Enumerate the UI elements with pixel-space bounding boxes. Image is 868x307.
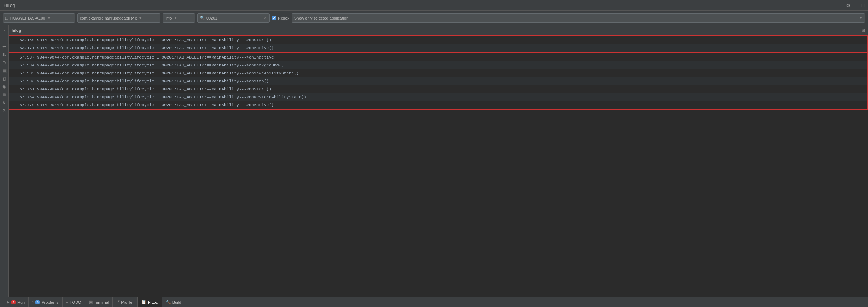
minimize-icon[interactable]: — bbox=[854, 3, 859, 8]
show-app-label: Show only selected application bbox=[294, 16, 348, 20]
log-header-title: hilog bbox=[12, 28, 21, 33]
log-line-text: 57.585 9044-9044/com.example.hanrupageab… bbox=[18, 69, 867, 77]
regex-label: Regex bbox=[278, 16, 289, 20]
scroll-up-icon[interactable]: ↑ bbox=[1, 27, 8, 34]
log-time: 57.761 9044-9044/com.example.hanrupageab… bbox=[20, 87, 207, 91]
log-line-icons bbox=[9, 61, 18, 69]
log-toolbar: ↑ ↓ ⇌ ⇊ ⊙ ▤ 🗑 ◉ ▥ 🖨 ✕ bbox=[0, 25, 9, 297]
log-line: 57.537 9044-9044/com.example.hanrupageab… bbox=[9, 53, 868, 61]
window-controls: ⚙ — □ bbox=[846, 3, 864, 8]
log-time: 57.537 9044-9044/com.example.hanrupageab… bbox=[20, 55, 207, 60]
log-line: 57.584 9044-9044/com.example.hanrupageab… bbox=[9, 61, 868, 69]
search-box: 🔍 ✕ bbox=[197, 13, 270, 23]
search-clear-icon[interactable]: ✕ bbox=[263, 16, 267, 21]
log-message: ==MainAbility--->onActive() bbox=[207, 46, 274, 50]
log-line-text: 57.764 9044-9044/com.example.hanrupageab… bbox=[18, 93, 867, 101]
status-tab-icon: ▶ bbox=[7, 300, 9, 304]
log-line-icons bbox=[9, 101, 18, 109]
log-line: 57.770 9044-9044/com.example.hanrupageab… bbox=[9, 101, 868, 110]
search-input[interactable] bbox=[206, 16, 262, 20]
grid-icon[interactable]: ▥ bbox=[1, 91, 8, 98]
log-message: ==MainAbility--->onBackground() bbox=[207, 63, 284, 68]
log-line: 57.761 9044-9044/com.example.hanrupageab… bbox=[9, 85, 868, 93]
package-chevron: ▼ bbox=[139, 16, 142, 20]
log-message: ==MainAbility--->onStart() bbox=[207, 38, 271, 42]
status-tab-problems[interactable]: ℹ 6 Problems bbox=[29, 297, 62, 307]
maximize-icon[interactable]: □ bbox=[861, 3, 864, 8]
device-chevron: ▼ bbox=[47, 16, 51, 20]
status-tab-run[interactable]: ▶ 4 Run bbox=[3, 297, 29, 307]
status-tab-label: Terminal bbox=[94, 300, 109, 304]
log-line-text: 57.584 9044-9044/com.example.hanrupageab… bbox=[18, 61, 867, 69]
status-tab-todo[interactable]: ≡ TODO bbox=[63, 297, 85, 307]
log-line-icons bbox=[9, 85, 18, 93]
expand-icon[interactable]: ⇊ bbox=[1, 51, 8, 58]
status-tab-icon: ℹ bbox=[32, 300, 34, 304]
log-line-icons bbox=[9, 93, 18, 101]
status-tab-hilog[interactable]: 📋 HiLog bbox=[138, 297, 162, 307]
log-line: 53.150 9044-9044/com.example.hanrupageab… bbox=[9, 35, 868, 44]
status-tab-icon: ▣ bbox=[89, 300, 93, 304]
print-icon[interactable]: 🖨 bbox=[1, 99, 8, 105]
log-line: 57.764 9044-9044/com.example.hanrupageab… bbox=[9, 93, 868, 101]
app-title: HiLog bbox=[4, 3, 15, 8]
scroll-down-icon[interactable]: ↓ bbox=[1, 35, 8, 42]
log-time: 53.150 9044-9044/com.example.hanrupageab… bbox=[20, 38, 207, 42]
log-area: ↑ ↓ ⇌ ⇊ ⊙ ▤ 🗑 ◉ ▥ 🖨 ✕ hilog ⊞ 53.150 904… bbox=[0, 25, 868, 297]
log-time: 57.585 9044-9044/com.example.hanrupageab… bbox=[20, 71, 207, 75]
log-line-text: 57.761 9044-9044/com.example.hanrupageab… bbox=[18, 85, 867, 93]
level-chevron: ▼ bbox=[174, 16, 177, 20]
log-header: hilog ⊞ bbox=[9, 25, 868, 35]
log-line-icons bbox=[9, 44, 18, 52]
status-tab-icon: ≡ bbox=[66, 300, 68, 304]
regex-checkbox[interactable] bbox=[272, 16, 276, 20]
log-line-icons bbox=[9, 36, 18, 44]
log-line: 53.171 9044-9044/com.example.hanrupageab… bbox=[9, 44, 868, 53]
level-label: Info bbox=[165, 16, 172, 20]
log-container: hilog ⊞ 53.150 9044-9044/com.example.han… bbox=[9, 25, 868, 297]
log-line-text: 57.770 9044-9044/com.example.hanrupageab… bbox=[18, 101, 867, 109]
settings-icon[interactable]: ⚙ bbox=[846, 3, 851, 8]
log-message: ==MainAbility--->onActive() bbox=[207, 103, 274, 107]
toggle-wrap-icon[interactable]: ⇌ bbox=[1, 43, 8, 50]
list-icon[interactable]: ▤ bbox=[1, 67, 8, 74]
status-tab-icon: ↺ bbox=[116, 300, 120, 304]
status-tab-label: Problems bbox=[42, 300, 58, 304]
status-tab-profiler[interactable]: ↺ Profiler bbox=[113, 297, 138, 307]
log-message: ==MainAbility--->onStart() bbox=[207, 87, 271, 91]
show-app-dropdown[interactable]: Show only selected application ▼ bbox=[292, 13, 865, 23]
log-line-text: 53.150 9044-9044/com.example.hanrupageab… bbox=[18, 36, 867, 44]
status-tab-badge: 6 bbox=[35, 300, 40, 304]
status-tab-label: Profiler bbox=[121, 300, 134, 304]
log-time: 57.586 9044-9044/com.example.hanrupageab… bbox=[20, 79, 207, 83]
device-dropdown[interactable]: □ HUAWEI TAS-AL00 ▼ bbox=[3, 13, 75, 23]
level-dropdown[interactable]: Info ▼ bbox=[163, 13, 195, 23]
log-message: ==MainAbility--->onInactive() bbox=[207, 55, 279, 60]
toolbar: □ HUAWEI TAS-AL00 ▼ com.example.hanrupag… bbox=[0, 11, 868, 25]
log-line-text: 57.537 9044-9044/com.example.hanrupageab… bbox=[18, 53, 867, 61]
status-tab-label: TODO bbox=[70, 300, 81, 304]
regex-checkbox-label[interactable]: Regex bbox=[272, 16, 289, 20]
status-tab-terminal[interactable]: ▣ Terminal bbox=[85, 297, 113, 307]
log-line-icons bbox=[9, 77, 18, 85]
status-tab-label: HiLog bbox=[148, 300, 158, 304]
camera-icon[interactable]: ◉ bbox=[1, 83, 8, 90]
status-tab-icon: 🔨 bbox=[166, 300, 171, 304]
delete-icon[interactable]: 🗑 bbox=[1, 75, 8, 82]
status-tab-badge: 4 bbox=[11, 300, 16, 304]
show-app-chevron: ▼ bbox=[859, 16, 863, 20]
log-lines: 53.150 9044-9044/com.example.hanrupageab… bbox=[9, 35, 868, 297]
log-message: ==MainAbility--->onStop() bbox=[207, 79, 269, 83]
status-tab-build[interactable]: 🔨 Build bbox=[162, 297, 185, 307]
log-line-icons bbox=[9, 69, 18, 77]
package-dropdown[interactable]: com.example.hanrupageabilitylit ▼ bbox=[77, 13, 160, 23]
log-header-settings-icon[interactable]: ⊞ bbox=[861, 28, 865, 33]
log-line: 57.585 9044-9044/com.example.hanrupageab… bbox=[9, 69, 868, 77]
log-time: 57.584 9044-9044/com.example.hanrupageab… bbox=[20, 63, 207, 68]
filter-icon[interactable]: ⊙ bbox=[1, 59, 8, 66]
device-icon: □ bbox=[5, 16, 8, 20]
log-line-icons bbox=[9, 53, 18, 61]
close-icon[interactable]: ✕ bbox=[1, 107, 8, 113]
status-bar: ▶ 4 Run ℹ 6 Problems ≡ TODO ▣ Terminal ↺… bbox=[0, 297, 868, 307]
log-time: 57.770 9044-9044/com.example.hanrupageab… bbox=[20, 103, 207, 107]
